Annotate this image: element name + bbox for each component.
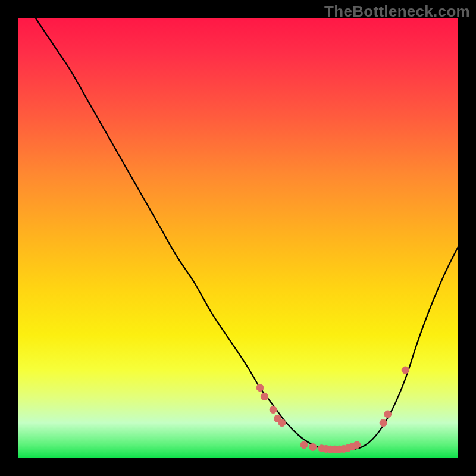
bottleneck-curve (36, 18, 458, 450)
data-point (384, 411, 392, 418)
plot-area (18, 18, 458, 458)
chart-frame: TheBottleneck.com (0, 0, 476, 476)
data-points-group (256, 367, 409, 453)
data-point (278, 419, 286, 427)
data-point (380, 419, 387, 427)
data-point (256, 384, 264, 392)
data-point (270, 406, 277, 414)
data-point (402, 367, 409, 374)
data-point (261, 393, 268, 400)
data-point (353, 441, 361, 449)
curve-svg (18, 18, 458, 458)
data-point (309, 444, 317, 451)
data-point (300, 441, 308, 449)
